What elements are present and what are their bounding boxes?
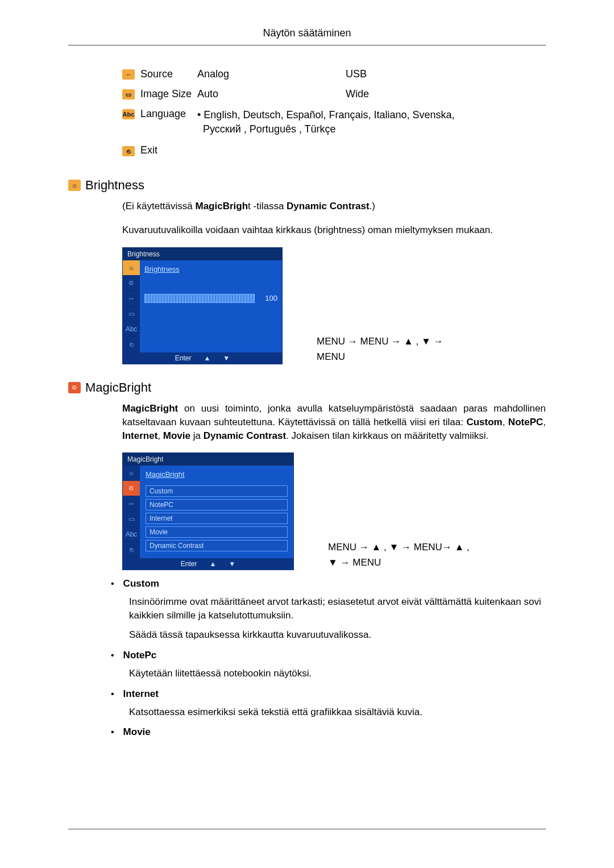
- magicbright-osd: MagicBright ☼ ⛭ ↔ ▭ Abc ⎋ MagicBright Cu…: [122, 452, 294, 570]
- bullet-title: Internet: [123, 688, 159, 700]
- osd-footer: Enter ▲ ▼: [123, 558, 293, 570]
- osd-side-magicbright-icon[interactable]: ⛭: [123, 276, 140, 291]
- osd-side-language-icon[interactable]: Abc: [123, 527, 140, 542]
- brightness-nav-sequence: MENU → MENU → ▲ , ▼ → MENU: [317, 334, 443, 364]
- osd-side-magicbright-icon[interactable]: ⛭: [123, 481, 140, 496]
- bullet-internet: • Internet Katsottaessa esimerkiksi sekä…: [111, 688, 546, 719]
- osd-side-brightness-icon[interactable]: ☼: [123, 466, 140, 481]
- magicbright-body: MagicBright on uusi toiminto, jonka avul…: [122, 402, 546, 442]
- osd-enter-button[interactable]: Enter: [181, 560, 197, 568]
- osd-option-custom[interactable]: Custom: [146, 485, 288, 497]
- osd-side-source-icon[interactable]: ↔: [123, 496, 140, 512]
- section-brightness-head: ☼ Brightness: [68, 178, 546, 193]
- bullet-movie: • Movie: [111, 726, 546, 738]
- header-rule: [68, 45, 546, 45]
- bullet-body: Käytetään liitettäessä notebookin näytök…: [129, 667, 546, 680]
- magicbright-osd-row: MagicBright ☼ ⛭ ↔ ▭ Abc ⎋ MagicBright Cu…: [122, 452, 546, 570]
- menu-row-language: Abc Language • English, Deutsch, Español…: [122, 106, 460, 139]
- osd-side-imagesize-icon[interactable]: ▭: [123, 306, 140, 322]
- language-icon: Abc: [122, 109, 135, 119]
- menu-label: Language: [140, 106, 197, 139]
- osd-sidebar: ☼ ⛭ ↔ ▭ Abc ⎋: [123, 466, 140, 558]
- language-line1: • English, Deutsch, Español, Français, I…: [197, 109, 455, 121]
- brightness-note: (Ei käytettävissä MagicBright -tilassa D…: [122, 200, 546, 213]
- osd-content: Brightness 100: [140, 260, 282, 352]
- bullet-title: Custom: [123, 578, 159, 589]
- brightness-slider[interactable]: [144, 294, 255, 303]
- exit-icon: ⎋: [122, 146, 135, 156]
- brightness-osd: Brightness ☼ ⛭ ↔ ▭ Abc ⎋ Brightness: [122, 247, 283, 364]
- section-title: MagicBright: [85, 380, 151, 395]
- osd-up-button[interactable]: ▲: [204, 354, 210, 362]
- source-icon: ↔: [122, 69, 135, 80]
- menu-label: Source: [140, 66, 197, 82]
- bullet-dot-icon: •: [111, 650, 114, 661]
- brightness-desc: Kuvaruutuvalikoilla voidaan vaihtaa kirk…: [122, 223, 546, 237]
- osd-side-imagesize-icon[interactable]: ▭: [123, 512, 140, 527]
- bullet-dot-icon: •: [111, 688, 114, 700]
- menu-value-1: Auto: [197, 86, 346, 102]
- magicbright-intro: MagicBright on uusi toiminto, jonka avul…: [122, 402, 546, 442]
- osd-side-language-icon[interactable]: Abc: [123, 322, 140, 337]
- brightness-body: (Ei käytettävissä MagicBright -tilassa D…: [122, 200, 546, 237]
- osd-enter-button[interactable]: Enter: [175, 354, 192, 362]
- menu-row-exit: ⎋ Exit: [122, 142, 460, 159]
- menu-value-2: Wide: [346, 86, 460, 102]
- osd-title: Brightness: [123, 248, 282, 260]
- menu-row-imagesize: ▭ Image Size Auto Wide: [122, 86, 460, 102]
- menu-value-1: Analog: [197, 66, 346, 82]
- osd-sidebar: ☼ ⛭ ↔ ▭ Abc ⎋: [123, 260, 140, 352]
- brightness-slider-row: 100: [144, 294, 277, 303]
- osd-down-button[interactable]: ▼: [229, 560, 235, 568]
- language-options: • English, Deutsch, Español, Français, I…: [197, 106, 460, 139]
- osd-title: MagicBright: [123, 453, 293, 466]
- osd-menu-table: ↔ Source Analog USB ▭ Image Size Auto Wi…: [122, 63, 460, 162]
- osd-content: MagicBright Custom NotePC Internet Movie…: [140, 466, 293, 558]
- bullet-body: Insinöörimme ovat määrittäneet arvot tar…: [129, 595, 546, 622]
- menu-label: Image Size: [140, 86, 197, 102]
- image-size-icon: ▭: [122, 89, 135, 99]
- osd-side-source-icon[interactable]: ↔: [123, 291, 140, 306]
- brightness-icon: ☼: [68, 180, 81, 191]
- bullet-dot-icon: •: [111, 726, 114, 738]
- brightness-osd-row: Brightness ☼ ⛭ ↔ ▭ Abc ⎋ Brightness: [122, 247, 546, 364]
- osd-heading: MagicBright: [146, 469, 288, 483]
- osd-footer: Enter ▲ ▼: [123, 352, 282, 364]
- brightness-value: 100: [260, 294, 277, 302]
- bullet-body: Katsottaessa esimerkiksi sekä tekstiä et…: [129, 705, 546, 719]
- bullet-title: NotePc: [123, 650, 157, 661]
- menu-label: Exit: [140, 142, 197, 159]
- page: Näytön säätäminen ↔ Source Analog USB ▭ …: [0, 0, 614, 868]
- osd-down-button[interactable]: ▼: [223, 354, 230, 362]
- osd-heading: Brightness: [144, 264, 277, 278]
- menu-row-source: ↔ Source Analog USB: [122, 66, 460, 82]
- bullet-body: Säädä tässä tapauksessa kirkkautta kuvar…: [129, 628, 546, 642]
- footer-rule: [68, 829, 546, 829]
- osd-option-internet[interactable]: Internet: [146, 513, 288, 524]
- section-title: Brightness: [85, 178, 144, 193]
- magicbright-icon: ⛭: [68, 382, 81, 393]
- osd-side-exit-icon[interactable]: ⎋: [123, 337, 140, 352]
- bullet-dot-icon: •: [111, 578, 114, 589]
- osd-option-dynamic[interactable]: Dynamic Contrast: [146, 540, 288, 551]
- bullet-custom: • Custom Insinöörimme ovat määrittäneet …: [111, 578, 546, 641]
- osd-side-exit-icon[interactable]: ⎋: [123, 542, 140, 558]
- page-title: Näytön säätäminen: [68, 27, 546, 39]
- osd-option-notepc[interactable]: NotePC: [146, 499, 288, 510]
- osd-up-button[interactable]: ▲: [209, 560, 216, 568]
- language-line2: Русский , Português , Türkçe: [203, 123, 336, 135]
- osd-side-brightness-icon[interactable]: ☼: [123, 260, 140, 276]
- brightness-slider-fill: [145, 294, 254, 302]
- menu-value-2: USB: [346, 66, 460, 82]
- magicbright-bullets: • Custom Insinöörimme ovat määrittäneet …: [111, 578, 546, 738]
- osd-option-movie[interactable]: Movie: [146, 526, 288, 538]
- bullet-title: Movie: [123, 726, 151, 738]
- section-magicbright-head: ⛭ MagicBright: [68, 380, 546, 395]
- magicbright-nav-sequence: MENU → ▲ , ▼ → MENU→ ▲ , ▼ → MENU: [328, 539, 470, 570]
- bullet-notepc: • NotePc Käytetään liitettäessä notebook…: [111, 650, 546, 680]
